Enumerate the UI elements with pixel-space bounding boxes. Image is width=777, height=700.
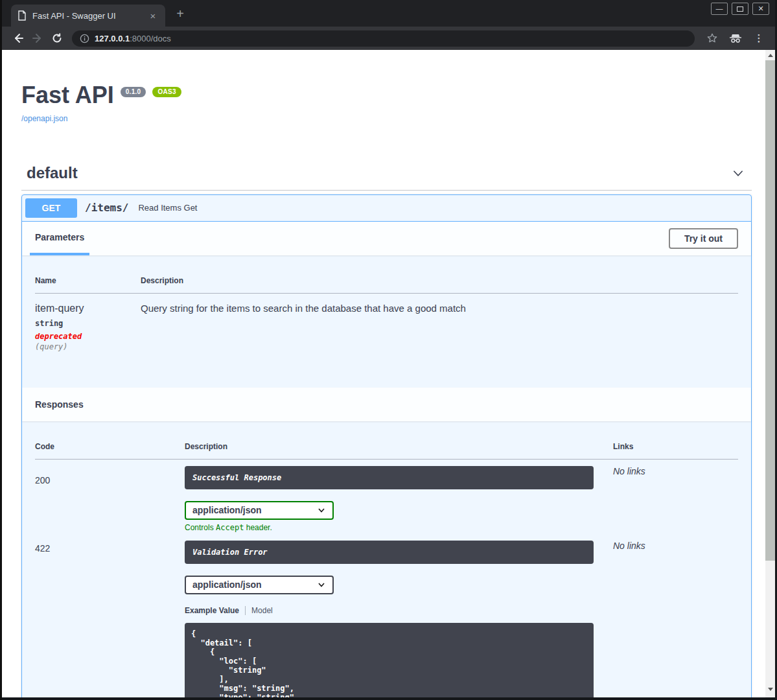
url-host: 127.0.0.1 bbox=[95, 34, 130, 43]
kebab-menu-icon: ⋮ bbox=[752, 32, 766, 44]
accept-code: Accept bbox=[216, 523, 244, 532]
tag-section-header[interactable]: default bbox=[21, 158, 752, 191]
swagger-ui: Fast API 0.1.0 OAS3 /openapi.json defaul… bbox=[2, 50, 765, 697]
address-bar[interactable]: 127.0.0.1:8000/docs bbox=[72, 30, 695, 47]
version-badge: 0.1.0 bbox=[121, 87, 146, 97]
response-description-box: Validation Error bbox=[185, 541, 594, 564]
opblock-get-items: GET /items/ Read Items Get Parameters Tr… bbox=[21, 194, 752, 697]
bookmark-button[interactable] bbox=[702, 29, 722, 48]
col-header-description: Description bbox=[141, 268, 738, 294]
oas3-badge: OAS3 bbox=[152, 87, 181, 97]
media-type-value: application/json bbox=[192, 505, 317, 515]
forward-button[interactable] bbox=[28, 29, 47, 48]
col-header-links: Links bbox=[613, 434, 738, 460]
scrollbar-thumb[interactable] bbox=[765, 60, 775, 561]
parameter-location: (query) bbox=[35, 342, 141, 351]
window-bottom-frame bbox=[2, 697, 775, 700]
tab-close-icon[interactable]: × bbox=[147, 10, 159, 21]
media-type-select[interactable]: application/json bbox=[185, 576, 334, 594]
tab-divider bbox=[245, 606, 246, 615]
parameter-description: Query string for the items to search in … bbox=[141, 303, 738, 314]
parameter-name: item-query bbox=[35, 303, 141, 314]
parameters-table: Name Description item-query string depre… bbox=[35, 268, 738, 351]
accept-header-note: Controls Accept header. bbox=[185, 523, 594, 532]
parameter-deprecated-label: deprecated bbox=[35, 332, 141, 341]
operation-summary-text: Read Items Get bbox=[138, 203, 197, 213]
reload-button[interactable] bbox=[47, 29, 67, 48]
reload-icon bbox=[51, 32, 63, 44]
response-code: 422 bbox=[35, 541, 185, 554]
col-header-code: Code bbox=[35, 434, 185, 460]
star-icon bbox=[706, 32, 718, 44]
select-chevron-icon bbox=[317, 506, 326, 515]
response-description-box: Successful Response bbox=[185, 466, 594, 489]
scroll-up-arrow-icon[interactable] bbox=[765, 51, 775, 60]
response-links: No links bbox=[613, 541, 738, 551]
response-links: No links bbox=[613, 466, 738, 476]
responses-table: Code Description Links 200 Successful Re… bbox=[35, 434, 738, 697]
response-code: 200 bbox=[35, 469, 185, 485]
response-row-200: 200 Successful Response application/json bbox=[35, 459, 738, 532]
browser-tab[interactable]: Fast API - Swagger UI × bbox=[11, 5, 165, 27]
tab-parameters[interactable]: Parameters bbox=[30, 222, 89, 255]
maximize-icon bbox=[737, 6, 743, 12]
tab-model[interactable]: Model bbox=[251, 606, 273, 615]
operation-path: /items/ bbox=[77, 202, 135, 214]
try-it-out-button[interactable]: Try it out bbox=[669, 228, 738, 249]
openapi-spec-link[interactable]: /openapi.json bbox=[21, 114, 67, 123]
response-row-422: 422 Validation Error application/json bbox=[35, 532, 738, 697]
col-header-resp-description: Description bbox=[185, 434, 613, 460]
incognito-indicator bbox=[726, 29, 745, 48]
select-chevron-icon bbox=[317, 580, 326, 589]
media-type-value: application/json bbox=[192, 579, 317, 590]
page-content: Fast API 0.1.0 OAS3 /openapi.json defaul… bbox=[2, 50, 765, 697]
parameter-type: string bbox=[35, 319, 141, 328]
operation-summary[interactable]: GET /items/ Read Items Get bbox=[22, 195, 751, 222]
method-badge: GET bbox=[25, 198, 77, 218]
media-type-select[interactable]: application/json bbox=[185, 501, 334, 520]
toolbar-right-icons: ⋮ bbox=[702, 29, 769, 48]
parameter-row: item-query string deprecated (query) Que… bbox=[35, 293, 738, 351]
browser-menu-button[interactable]: ⋮ bbox=[749, 29, 769, 48]
page-favicon-icon bbox=[17, 10, 27, 21]
incognito-icon bbox=[728, 33, 743, 43]
maximize-button[interactable] bbox=[732, 3, 748, 15]
minimize-button[interactable]: — bbox=[711, 3, 728, 15]
tab-title: Fast API - Swagger UI bbox=[32, 11, 147, 21]
browser-toolbar: 127.0.0.1:8000/docs ⋮ bbox=[2, 27, 775, 50]
window-controls: — ✕ bbox=[711, 3, 769, 15]
back-button[interactable] bbox=[8, 29, 28, 48]
chevron-down-icon[interactable] bbox=[731, 166, 745, 180]
responses-body: Code Description Links 200 Successful Re… bbox=[22, 421, 751, 697]
scroll-down-arrow-icon[interactable] bbox=[765, 684, 775, 694]
forward-icon bbox=[32, 32, 43, 44]
url-path: :8000/docs bbox=[130, 34, 171, 43]
back-icon bbox=[12, 32, 24, 44]
site-info-icon[interactable] bbox=[80, 34, 89, 43]
api-title: Fast API bbox=[21, 82, 114, 108]
browser-window: Fast API - Swagger UI × + — ✕ bbox=[0, 0, 777, 700]
tab-strip: Fast API - Swagger UI × + — ✕ bbox=[2, 0, 775, 27]
tab-example-value[interactable]: Example Value bbox=[185, 606, 239, 615]
example-json-block[interactable]: { "detail": [ { "loc": [ "string" ], "ms… bbox=[185, 623, 594, 697]
close-button[interactable]: ✕ bbox=[752, 3, 769, 15]
api-info: Fast API 0.1.0 OAS3 /openapi.json bbox=[21, 82, 752, 124]
url-text: 127.0.0.1:8000/docs bbox=[95, 34, 171, 43]
parameters-header: Parameters Try it out bbox=[22, 222, 751, 255]
col-header-name: Name bbox=[35, 268, 141, 294]
example-model-tabs: Example Value Model bbox=[185, 606, 594, 615]
responses-header: Responses bbox=[22, 388, 751, 421]
tag-name: default bbox=[27, 164, 731, 182]
responses-title: Responses bbox=[35, 388, 84, 421]
page-scrollbar[interactable] bbox=[765, 50, 775, 697]
new-tab-button[interactable]: + bbox=[173, 6, 187, 21]
parameters-body: Name Description item-query string depre… bbox=[22, 255, 751, 388]
